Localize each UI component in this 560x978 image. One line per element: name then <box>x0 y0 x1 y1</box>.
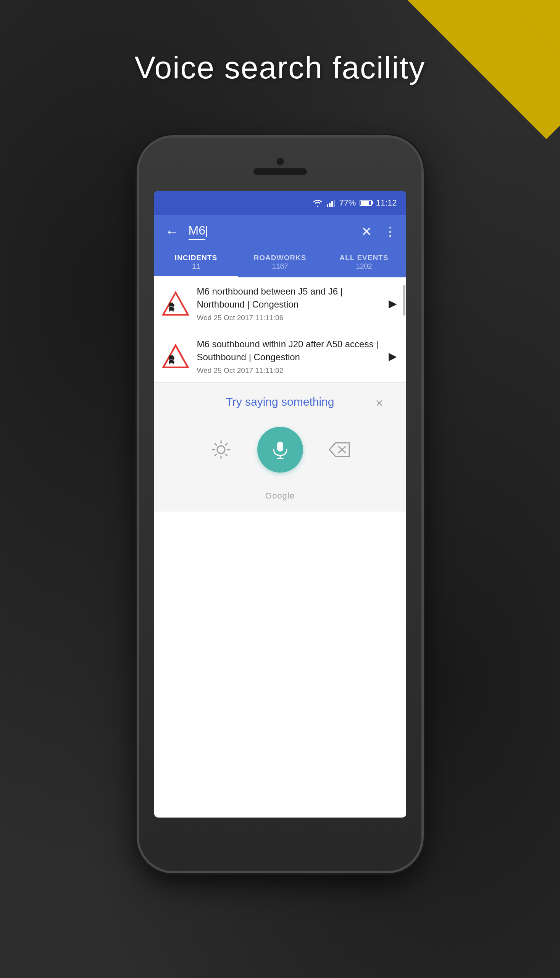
tab-all-events[interactable]: ALL EVENTS 1202 <box>322 248 406 278</box>
incident-icon-1 <box>160 288 191 319</box>
svg-line-29 <box>226 454 227 456</box>
tab-incidents-count: 11 <box>192 262 200 271</box>
incident-text-2: M6 southbound within J20 after A50 acces… <box>197 338 380 375</box>
signal-icon <box>327 199 335 207</box>
svg-line-30 <box>226 443 227 445</box>
phone-frame: 77% 11:12 ← M6 ✕ ⋮ INCIDENTS 11 <box>139 137 422 871</box>
svg-line-28 <box>215 443 217 445</box>
tab-bar: INCIDENTS 11 ROADWORKS 1187 ALL EVENTS 1… <box>154 248 406 278</box>
svg-rect-16 <box>169 355 173 357</box>
voice-delete-button[interactable] <box>326 436 353 463</box>
battery-icon <box>360 200 372 206</box>
battery-percent: 77% <box>339 198 356 208</box>
incident-item-2[interactable]: M6 southbound within J20 after A50 acces… <box>154 330 406 383</box>
svg-rect-0 <box>327 204 328 207</box>
tab-roadworks-count: 1187 <box>272 262 288 271</box>
svg-point-12 <box>169 310 170 312</box>
search-query: M6 <box>188 224 205 240</box>
voice-mic-button[interactable] <box>257 427 303 473</box>
incident-item-1[interactable]: M6 northbound between J5 and J6 | Northb… <box>154 278 406 330</box>
phone-speaker <box>253 168 307 175</box>
incidents-list: M6 northbound between J5 and J6 | Northb… <box>154 278 406 383</box>
clear-button[interactable]: ✕ <box>358 221 375 242</box>
search-cursor <box>206 226 207 237</box>
status-icons: 77% 11:12 <box>312 198 397 208</box>
svg-marker-14 <box>163 345 188 368</box>
svg-point-13 <box>172 310 174 312</box>
svg-rect-7 <box>169 303 173 304</box>
tab-all-events-count: 1202 <box>356 262 372 271</box>
svg-rect-1 <box>329 203 331 207</box>
play-button-2[interactable]: ▶ <box>385 347 400 366</box>
play-button-1[interactable]: ▶ <box>385 294 400 313</box>
incident-title-1: M6 northbound between J5 and J6 | Northb… <box>197 285 380 311</box>
svg-rect-32 <box>277 441 283 451</box>
more-options-button[interactable]: ⋮ <box>381 221 398 242</box>
voice-prompt: Try saying something <box>163 395 397 408</box>
voice-search-overlay: × Try saying something <box>154 383 406 512</box>
voice-controls <box>163 419 397 480</box>
svg-rect-20 <box>169 359 173 361</box>
tab-incidents-label: INCIDENTS <box>175 254 217 262</box>
tab-roadworks-label: ROADWORKS <box>254 254 307 262</box>
incident-time-1: Wed 25 Oct 2017 11:11:06 <box>197 314 380 322</box>
voice-close-button[interactable]: × <box>376 395 383 410</box>
svg-rect-3 <box>333 200 335 207</box>
scrollbar[interactable] <box>403 285 405 316</box>
search-bar: ← M6 ✕ ⋮ <box>154 215 406 248</box>
tab-all-events-label: ALL EVENTS <box>340 254 388 262</box>
svg-rect-11 <box>169 307 173 309</box>
svg-line-31 <box>215 454 217 456</box>
wifi-icon <box>312 199 323 207</box>
tab-roadworks[interactable]: ROADWORKS 1187 <box>238 248 322 278</box>
incident-icon-2 <box>160 341 191 372</box>
back-button[interactable]: ← <box>162 221 182 242</box>
incident-text-1: M6 northbound between J5 and J6 | Northb… <box>197 285 380 322</box>
svg-rect-2 <box>331 201 333 207</box>
voice-settings-button[interactable] <box>208 436 234 463</box>
phone-camera <box>276 157 284 166</box>
google-branding: Google <box>265 491 295 501</box>
svg-point-21 <box>169 363 170 364</box>
svg-point-23 <box>217 446 225 453</box>
incident-time-2: Wed 25 Oct 2017 11:11:02 <box>197 366 380 375</box>
svg-marker-5 <box>165 294 187 314</box>
phone-screen: 77% 11:12 ← M6 ✕ ⋮ INCIDENTS 11 <box>154 191 406 818</box>
page-title: Voice search facility <box>0 50 560 85</box>
incident-title-2: M6 southbound within J20 after A50 acces… <box>197 338 380 363</box>
svg-point-22 <box>172 363 174 364</box>
status-bar: 77% 11:12 <box>154 191 406 215</box>
clock: 11:12 <box>376 198 397 208</box>
search-input-area[interactable]: M6 <box>188 224 352 240</box>
tab-incidents[interactable]: INCIDENTS 11 <box>154 248 238 278</box>
